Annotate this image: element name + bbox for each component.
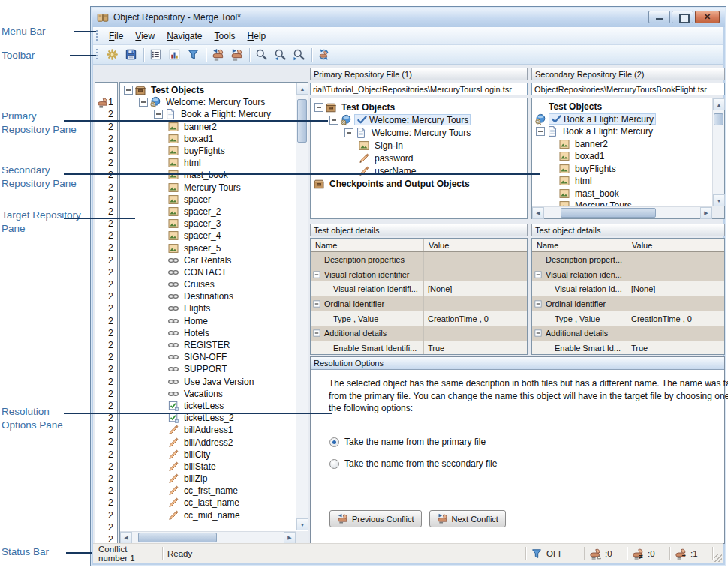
expander-icon[interactable] — [312, 270, 321, 279]
tree-item[interactable]: mast_book — [533, 188, 712, 200]
tree-item[interactable]: cc_last_name — [121, 497, 295, 509]
scroll-right-arrow[interactable]: ▶ — [700, 207, 712, 219]
horizontal-scrollbar[interactable]: ◀ ▶ — [120, 531, 296, 543]
horizontal-scrollbar[interactable]: ◀ ▶ — [532, 206, 712, 218]
radio-icon[interactable] — [329, 437, 339, 447]
menu-navigate[interactable]: Navigate — [161, 29, 208, 44]
tree-item[interactable]: Checkpoints and Output Objects — [311, 177, 514, 190]
details-row[interactable]: Ordinal identifier — [311, 296, 527, 311]
expander-icon[interactable] — [312, 329, 321, 338]
tree-item[interactable]: Use Java Version — [121, 376, 295, 388]
expander-icon[interactable] — [343, 127, 355, 139]
expander-icon[interactable] — [313, 101, 325, 113]
expander-icon[interactable] — [312, 299, 321, 308]
minimize-button[interactable] — [648, 11, 670, 23]
tree-item[interactable]: billAddress1 — [121, 424, 295, 436]
tree-item[interactable]: Flights — [121, 302, 295, 314]
tree-item[interactable]: banner2 — [533, 138, 712, 151]
tree-item[interactable]: cc_mid_name — [121, 509, 295, 521]
tree-item[interactable]: Welcome: Mercury Tours — [121, 96, 295, 108]
tree-item[interactable]: billZip — [121, 473, 295, 485]
scroll-thumb[interactable] — [714, 113, 723, 125]
tree-item[interactable]: spacer_5 — [121, 242, 295, 254]
tree-item[interactable]: billAddress2 — [121, 436, 295, 448]
next-conflict-button[interactable]: Next Conflict — [429, 510, 506, 527]
expander-icon[interactable] — [534, 125, 546, 137]
details-row[interactable]: Description propert... — [532, 252, 724, 267]
tree-item[interactable]: mast_book — [121, 169, 295, 181]
previous-conflict-button[interactable]: Previous Conflict — [329, 510, 422, 527]
menu-tools[interactable]: Tools — [209, 29, 242, 44]
tree-item[interactable]: Vacations — [121, 388, 295, 400]
find-previous-button[interactable] — [272, 47, 289, 63]
tree-item[interactable]: CONTACT — [121, 266, 295, 278]
scroll-up-arrow[interactable]: ▲ — [296, 83, 308, 95]
tree-item[interactable]: Destinations — [121, 290, 295, 302]
details-row[interactable]: Type , Value CreationTime , 0 — [532, 311, 724, 326]
details-row[interactable]: Visual relation id... [None] — [532, 281, 724, 296]
details-row[interactable]: Visual relation identifi... [None] — [311, 281, 527, 296]
take-name-secondary-radio[interactable]: Take the name from the secondary file — [329, 458, 497, 469]
scroll-right-arrow[interactable]: ▶ — [284, 532, 296, 544]
tree-item[interactable]: Book a Flight: Mercury — [121, 108, 295, 120]
tree-item[interactable]: html — [533, 175, 712, 188]
find-button[interactable] — [253, 47, 270, 63]
details-row[interactable]: Visual relation iden... — [532, 267, 724, 282]
scroll-left-arrow[interactable]: ◀ — [120, 532, 132, 544]
tree-item[interactable]: password — [311, 152, 514, 164]
tree-item[interactable]: spacer_4 — [121, 230, 295, 242]
details-row[interactable]: Additional details — [532, 326, 724, 341]
tree-item[interactable]: Car Rentals — [121, 254, 295, 266]
tree-item[interactable]: userName — [311, 164, 514, 177]
tree-item[interactable]: Mercury Tours — [121, 182, 295, 194]
previous-conflict-button[interactable] — [209, 47, 227, 63]
vertical-scrollbar[interactable]: ▲ ▼ — [712, 98, 724, 206]
vertical-scrollbar[interactable]: ▲ ▼ — [296, 83, 308, 530]
details-row[interactable]: Description properties — [311, 252, 527, 267]
expander-icon[interactable] — [534, 270, 543, 279]
scroll-thumb[interactable] — [138, 533, 217, 542]
new-merge-button[interactable] — [104, 47, 121, 63]
tree-item[interactable]: cc_frst_name — [121, 485, 295, 497]
secondary-repository-path-field[interactable]: ObjectRepositories\MercuryToursBookFligh… — [531, 83, 725, 95]
tree-item[interactable]: boxad1 — [121, 133, 295, 145]
expander-icon[interactable] — [137, 96, 149, 108]
menu-help[interactable]: Help — [242, 29, 272, 44]
expander-icon[interactable] — [122, 84, 134, 96]
next-conflict-button[interactable] — [228, 47, 245, 63]
menu-file[interactable]: File — [103, 29, 129, 44]
tree-item[interactable]: ticketLess — [121, 400, 295, 412]
maximize-button[interactable] — [672, 11, 693, 23]
scroll-up-arrow[interactable]: ▲ — [713, 98, 725, 110]
tree-item[interactable]: buyFlights — [533, 163, 712, 176]
expander-icon[interactable] — [534, 329, 543, 338]
statistics-button[interactable] — [166, 47, 183, 63]
tree-item[interactable]: spacer_2 — [121, 206, 295, 218]
tree-item[interactable]: billCity — [121, 449, 295, 461]
scroll-down-arrow[interactable]: ▼ — [713, 194, 725, 206]
tree-item[interactable]: Book a Flight: Mercury — [533, 125, 712, 138]
title-bar[interactable]: Object Repository - Merge Tool* — [92, 8, 725, 27]
details-column-headers[interactable]: Name Value — [532, 239, 724, 252]
tree-item[interactable]: SUPPORT — [121, 363, 295, 375]
find-next-button[interactable] — [290, 47, 308, 63]
expander-icon[interactable] — [534, 299, 543, 308]
details-column-headers[interactable]: Name Value — [311, 239, 527, 252]
close-button[interactable] — [695, 11, 720, 23]
tree-item[interactable]: SIGN-OFF — [121, 351, 295, 363]
details-row[interactable]: Additional details — [311, 326, 527, 341]
tree-item[interactable]: Home — [121, 315, 295, 327]
tree-item[interactable]: spacer_3 — [121, 218, 295, 230]
details-row[interactable]: Type , Value CreationTime , 0 — [311, 311, 527, 326]
tree-item[interactable]: boxad1 — [533, 150, 712, 163]
menu-bar-grip[interactable] — [96, 30, 98, 42]
scroll-thumb[interactable] — [561, 208, 656, 218]
synchronize-button[interactable] — [315, 47, 332, 63]
tree-item[interactable]: REGISTER — [121, 339, 295, 351]
object-details-button[interactable] — [147, 47, 164, 63]
tree-item[interactable]: Welcome: Mercury Tours — [311, 113, 514, 126]
tree-item[interactable]: html — [121, 157, 295, 169]
tree-item[interactable]: Mercury Tours — [533, 200, 712, 206]
details-row[interactable]: Visual relation identifier — [311, 267, 527, 282]
details-row[interactable]: Enable Smart Identifi... True — [311, 341, 527, 355]
